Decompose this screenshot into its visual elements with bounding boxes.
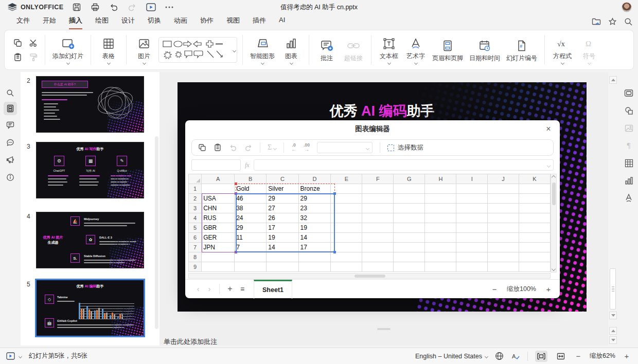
cell-D7[interactable]: 17 <box>298 243 331 252</box>
column-header-G[interactable]: G <box>394 174 425 184</box>
cell-D3[interactable]: 23 <box>298 204 331 213</box>
redo-button[interactable] <box>125 2 140 13</box>
start-slideshow-button[interactable] <box>143 2 158 13</box>
cell-E5[interactable] <box>331 223 362 233</box>
start-slideshow-button[interactable] <box>6 352 15 360</box>
cell-F4[interactable] <box>362 213 394 223</box>
row-header-7[interactable]: 7 <box>189 243 202 252</box>
row-header-8[interactable]: 8 <box>189 252 202 262</box>
cell-A3[interactable]: CHN <box>202 204 235 213</box>
chat-panel-button[interactable] <box>4 136 17 149</box>
column-header-K[interactable]: K <box>519 174 550 184</box>
slide-thumbnails-button[interactable] <box>4 102 17 115</box>
menu-tab-5[interactable]: 切换 <box>148 14 161 29</box>
datetime-button[interactable]: 日期和时间 <box>466 38 503 63</box>
cell-D4[interactable]: 32 <box>298 213 331 223</box>
cell-J5[interactable] <box>488 223 519 233</box>
cell-C9[interactable] <box>267 262 298 272</box>
cell-I7[interactable] <box>456 243 488 252</box>
cell-I5[interactable] <box>456 223 488 233</box>
next-sheet-button[interactable]: › <box>204 285 215 293</box>
cell-C7[interactable]: 14 <box>267 243 298 252</box>
table-settings-button[interactable] <box>622 156 635 170</box>
number-format-select[interactable] <box>317 142 373 153</box>
cell-F5[interactable] <box>362 223 394 233</box>
cell-A5[interactable]: GBR <box>202 223 235 233</box>
cell-D1[interactable]: Bronze <box>298 184 331 194</box>
cell-B9[interactable] <box>235 262 267 272</box>
cell-G9[interactable] <box>394 262 425 272</box>
cell-K8[interactable] <box>519 252 550 262</box>
zoom-in-button[interactable]: + <box>623 352 631 360</box>
cell-C5[interactable]: 17 <box>267 223 298 233</box>
header-footer-button[interactable]: 页眉和页脚 <box>429 38 466 63</box>
fit-to-slide-button[interactable] <box>535 351 547 362</box>
comments-panel-button[interactable] <box>4 118 17 132</box>
cell-B8[interactable] <box>235 252 267 262</box>
column-header-C[interactable]: C <box>267 174 298 184</box>
cell-B7[interactable]: 7 <box>235 243 267 252</box>
cell-H1[interactable] <box>425 184 456 194</box>
cell-K7[interactable] <box>519 243 550 252</box>
cut-button[interactable] <box>26 36 40 49</box>
cell-G8[interactable] <box>394 252 425 262</box>
sheet-list-button[interactable]: ≡ <box>236 285 249 293</box>
find-button[interactable] <box>4 86 17 100</box>
cell-E1[interactable] <box>331 184 362 194</box>
add-slide-button[interactable]: 添加幻灯片 <box>49 35 86 64</box>
cell-K5[interactable] <box>519 223 550 233</box>
shape-settings-button[interactable] <box>622 104 635 117</box>
row-header-9[interactable]: 9 <box>189 262 202 272</box>
cell-K1[interactable] <box>519 184 550 194</box>
menu-tab-6[interactable]: 动画 <box>174 14 187 29</box>
menu-tab-9[interactable]: 插件 <box>253 14 266 29</box>
slide-thumbnail-4[interactable]: 优秀 AI 图片生成器 ⛵ ✿ S. Midjourney DALL·E 3 S… <box>36 212 144 268</box>
cell-D5[interactable]: 19 <box>298 223 331 233</box>
cell-H8[interactable] <box>425 252 456 262</box>
add-sheet-button[interactable]: + <box>224 284 236 294</box>
column-header-B[interactable]: B <box>235 174 267 184</box>
cell-name-box[interactable] <box>191 159 241 171</box>
select-all-corner[interactable] <box>189 174 202 184</box>
cell-G5[interactable] <box>394 223 425 233</box>
cell-F1[interactable] <box>362 184 394 194</box>
cell-I2[interactable] <box>456 194 488 204</box>
language-select[interactable]: English – United States <box>415 353 488 360</box>
cell-J2[interactable] <box>488 194 519 204</box>
slide-thumbnail-5[interactable]: 优秀 AI 编码助手 ◇ Tabnine 🤖 GitHub Copilot <box>35 279 145 337</box>
cell-K3[interactable] <box>519 204 550 213</box>
cell-J9[interactable] <box>488 262 519 272</box>
search-button[interactable] <box>624 17 633 26</box>
cell-D2[interactable]: 29 <box>298 194 331 204</box>
menu-tab-8[interactable]: 视图 <box>226 14 240 29</box>
cell-G7[interactable] <box>394 243 425 252</box>
cell-F3[interactable] <box>362 204 394 213</box>
cell-E3[interactable] <box>331 204 362 213</box>
print-button[interactable] <box>87 2 103 13</box>
insert-table-button[interactable]: 表格 <box>95 35 122 64</box>
zoom-out-button[interactable]: − <box>490 285 499 294</box>
menu-tab-3[interactable]: 绘图 <box>95 14 109 29</box>
column-header-E[interactable]: E <box>331 174 362 184</box>
cell-E2[interactable] <box>331 194 362 204</box>
cell-E7[interactable] <box>331 243 362 252</box>
zoom-out-button[interactable]: − <box>574 352 582 360</box>
row-header-5[interactable]: 5 <box>189 223 202 233</box>
cell-B1[interactable]: Gold <box>235 184 267 194</box>
cell-B5[interactable]: 29 <box>235 223 267 233</box>
cell-E9[interactable] <box>331 262 362 272</box>
cell-H7[interactable] <box>425 243 456 252</box>
next-slide-button[interactable] <box>609 336 617 344</box>
cell-F8[interactable] <box>362 252 394 262</box>
cell-I4[interactable] <box>456 213 488 223</box>
grid-vertical-scrollbar[interactable] <box>551 174 557 272</box>
copy-button[interactable] <box>11 36 24 49</box>
cell-B3[interactable]: 38 <box>235 204 267 213</box>
scroll-up-button[interactable] <box>609 76 617 84</box>
cell-A2[interactable]: USA <box>202 194 235 204</box>
cell-G6[interactable] <box>394 233 425 243</box>
slide-settings-button[interactable] <box>622 86 635 100</box>
cell-B2[interactable]: 46 <box>235 194 267 204</box>
about-button[interactable] <box>4 171 17 184</box>
column-header-I[interactable]: I <box>456 174 488 184</box>
